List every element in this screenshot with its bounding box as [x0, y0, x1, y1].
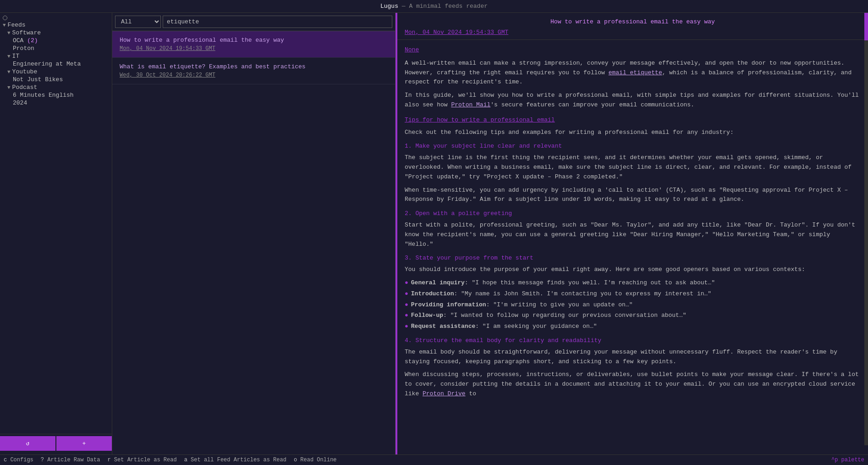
sub3-para: You should introduce the purpose of your…	[405, 265, 861, 275]
article-content: None A well-written email can make a str…	[397, 40, 868, 454]
bullets-list: ● General inquiry: "I hope this message …	[405, 278, 861, 332]
sidebar-item-podcast[interactable]: ▼ Podcast	[0, 83, 112, 91]
article-item-2[interactable]: What is email etiquette? Examples and be…	[112, 58, 395, 84]
bullet-item-2: ● Introduction: "My name is John Smith. …	[405, 289, 861, 299]
bullet-item-3: ● Providing information: "I'm writing to…	[405, 300, 861, 310]
filter-select[interactable]: All Unread Read	[115, 16, 161, 28]
bullet-dot-3: ●	[405, 300, 408, 310]
app-subtitle: — A minimal feeds reader	[402, 3, 488, 10]
not-just-bikes-label: Not Just Bikes	[13, 76, 63, 83]
scrollbar-track	[864, 13, 868, 445]
podcast-arrow: ▼	[7, 85, 11, 90]
engineering-meta-label: Engineering at Meta	[13, 61, 81, 67]
bullet-text-1: General inquiry: "I hope this message fi…	[411, 278, 715, 288]
refresh-button[interactable]: ↺	[0, 436, 55, 451]
bullet-item-4: ● Follow-up: "I wanted to follow up rega…	[405, 311, 861, 321]
status-set-all-read[interactable]: a Set all Feed Articles as Read	[184, 457, 286, 463]
sidebar-item-it[interactable]: ▼ IT	[0, 52, 112, 60]
bullet-item-1: ● General inquiry: "I hope this message …	[405, 278, 861, 288]
oca-label: OCA (2)	[13, 37, 38, 44]
status-bar-left: c Configs ? Article Raw Data r Set Artic…	[4, 457, 337, 463]
status-set-read[interactable]: r Set Article as Read	[107, 457, 176, 463]
2024-label: 2024	[13, 100, 27, 106]
bullet-dot-2: ●	[405, 289, 408, 299]
sub2-title: 2. Open with a polite greeting	[405, 209, 861, 219]
it-label: IT	[12, 53, 20, 60]
bullet-dot-4: ●	[405, 311, 408, 321]
sub3-title: 3. State your purpose from the start	[405, 254, 861, 263]
sub1-para1: The subject line is the first thing the …	[405, 153, 861, 182]
status-bar: c Configs ? Article Raw Data r Set Artic…	[0, 454, 868, 465]
email-etiquette-link[interactable]: email etiquette	[609, 69, 662, 76]
articles-list: How to write a professional email the ea…	[112, 31, 395, 454]
bullet-item-5: ● Request assistance: "I am seeking your…	[405, 322, 861, 332]
sidebar-bottom-buttons: ↺ +	[0, 434, 112, 453]
proton-label: Proton	[13, 45, 34, 52]
sidebar-item-2024[interactable]: 2024	[0, 99, 112, 107]
sidebar-item-software[interactable]: ▼ Software	[0, 29, 112, 37]
none-link[interactable]: None	[405, 45, 861, 55]
status-read-online[interactable]: o Read Online	[294, 457, 337, 463]
feeds-label: Feeds	[8, 22, 26, 28]
sub4-para1: The email body should be straightforward…	[405, 348, 861, 367]
sub1-title: 1. Make your subject line clear and rele…	[405, 142, 861, 151]
sidebar-item-6-minutes-english[interactable]: 6 Minutes English	[0, 91, 112, 99]
article-para2: In this guide, we'll show you how to wri…	[405, 91, 861, 110]
article-title-2: What is email etiquette? Examples and be…	[120, 63, 388, 70]
sidebar-item-youtube[interactable]: ▼ Youtube	[0, 68, 112, 76]
feeds-arrow: ▼	[3, 22, 6, 28]
status-palette[interactable]: ^p palette	[831, 457, 864, 463]
sub1-para2: When time-sensitive, you can add urgency…	[405, 186, 861, 205]
search-input[interactable]	[163, 16, 392, 28]
add-button[interactable]: +	[56, 436, 112, 451]
bullet-text-2: Introduction: "My name is John Smith. I'…	[411, 289, 711, 299]
podcast-label: Podcast	[12, 84, 38, 91]
article-intro: A well-written email can make a strong i…	[405, 59, 861, 87]
proton-drive-link[interactable]: Proton Drive	[423, 390, 466, 397]
article-date-1: Mon, 04 Nov 2024 19:54:33 GMT	[120, 45, 388, 52]
status-raw-data[interactable]: ? Article Raw Data	[41, 457, 100, 463]
proton-mail-link[interactable]: Proton Mail	[451, 101, 490, 108]
sidebar-item-oca[interactable]: OCA (2)	[0, 37, 112, 44]
software-label: Software	[12, 29, 41, 36]
bullet-dot-5: ●	[405, 322, 408, 332]
article-header: How to write a professional email the ea…	[397, 13, 868, 40]
section1-title: Tips for how to write a professional ema…	[405, 116, 861, 125]
article-item-1[interactable]: How to write a professional email the ea…	[112, 31, 395, 58]
sub4-para2: When discussing steps, processes, instru…	[405, 370, 861, 399]
search-bar: All Unread Read	[112, 13, 395, 31]
sidebar-item-not-just-bikes[interactable]: Not Just Bikes	[0, 76, 112, 83]
sidebar-item-proton[interactable]: Proton	[0, 44, 112, 52]
app-name: Lugus	[380, 3, 398, 10]
sub4-title: 4. Structure the email body for clarity …	[405, 336, 861, 346]
article-title-1: How to write a professional email the ea…	[120, 37, 388, 44]
it-arrow: ▼	[7, 54, 11, 59]
article-detail-date: Mon, 04 Nov 2024 19:54:33 GMT	[405, 29, 861, 36]
sub2-para: Start with a polite, professional greeti…	[405, 221, 861, 249]
section1-intro: Check out the following tips and example…	[405, 128, 861, 138]
bullet-text-4: Follow-up: "I wanted to follow up regard…	[411, 311, 687, 321]
article-date-2: Wed, 30 Oct 2024 20:26:22 GMT	[120, 72, 388, 78]
title-bar: Lugus — A minimal feeds reader	[0, 0, 868, 13]
software-arrow: ▼	[7, 30, 11, 36]
articles-panel: All Unread Read How to write a professio…	[112, 13, 396, 454]
article-main-title: How to write a professional email the ea…	[405, 18, 861, 25]
sidebar: ▼ Feeds ▼ Software OCA (2) Proton ▼ IT E…	[0, 13, 112, 454]
6-minutes-english-label: 6 Minutes English	[13, 92, 74, 99]
youtube-arrow: ▼	[7, 69, 11, 75]
bullet-text-5: Request assistance: "I am seeking your g…	[411, 322, 597, 332]
circle-icon	[3, 16, 7, 20]
bullet-dot-1: ●	[405, 278, 408, 288]
bullet-text-3: Providing information: "I'm writing to g…	[411, 300, 633, 310]
status-configs[interactable]: c Configs	[4, 457, 33, 463]
sidebar-item-engineering-meta[interactable]: Engineering at Meta	[0, 60, 112, 68]
youtube-label: Youtube	[12, 68, 38, 75]
scrollbar-thumb[interactable]	[864, 13, 868, 40]
article-detail-panel: How to write a professional email the ea…	[397, 13, 868, 454]
sidebar-feeds-root[interactable]: ▼ Feeds	[0, 21, 112, 29]
